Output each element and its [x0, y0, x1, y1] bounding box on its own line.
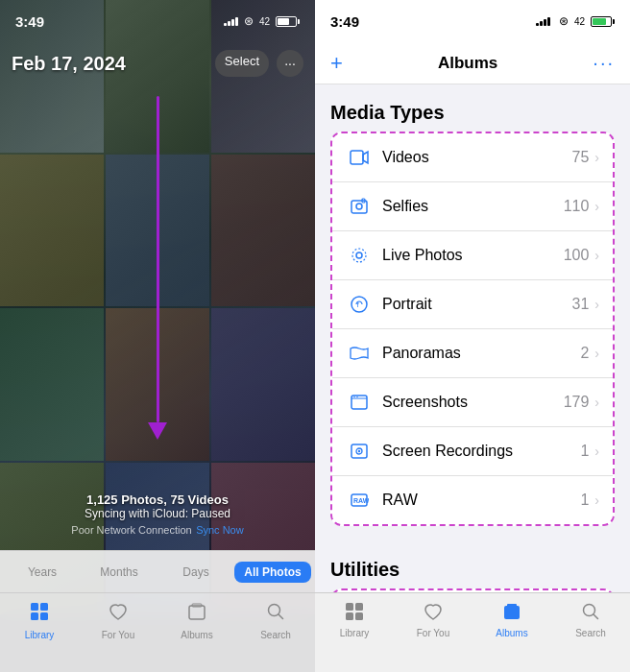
tab-days[interactable]: Days [158, 562, 234, 583]
portrait-label: Portrait [382, 296, 572, 313]
chevron-icon: › [594, 492, 599, 508]
tab-all-photos[interactable]: All Photos [234, 562, 311, 583]
screenshots-count: 179 [564, 394, 590, 411]
tab-library-right-label: Library [340, 628, 370, 638]
screen-recordings-label: Screen Recordings [382, 443, 580, 460]
left-time: 3:49 [15, 13, 44, 30]
tab-for-you[interactable]: For You [79, 601, 158, 640]
list-item[interactable]: Selfies 110 › [332, 182, 613, 231]
library-icon [29, 601, 50, 628]
list-item[interactable]: Live Photos 100 › [332, 231, 613, 280]
albums-icon [186, 601, 207, 628]
selfies-label: Selfies [382, 198, 564, 215]
chevron-icon: › [594, 395, 599, 410]
svg-rect-0 [31, 603, 38, 611]
tab-search-right[interactable]: Search [551, 601, 630, 638]
svg-text:RAW: RAW [353, 497, 369, 504]
bottom-info: 1,125 Photos, 75 Videos Syncing with iCl… [0, 492, 315, 538]
battery-icon-left [276, 16, 300, 27]
list-item[interactable]: Screenshots 179 › [332, 378, 613, 427]
select-button[interactable]: Select [215, 50, 269, 77]
chevron-icon: › [594, 150, 599, 165]
panoramas-label: Panoramas [382, 345, 580, 362]
live-photos-count: 100 [564, 247, 590, 264]
tab-search-label: Search [260, 630, 291, 640]
list-item[interactable]: Panoramas 2 › [332, 329, 613, 378]
date-label: Feb 17, 2024 [12, 53, 126, 75]
search-icon [265, 601, 286, 628]
tab-search-right-label: Search [575, 628, 606, 638]
svg-point-12 [352, 249, 366, 262]
portrait-icon: f [346, 291, 373, 318]
tab-for-you-right-label: For You [417, 628, 449, 638]
tab-albums-right-label: Albums [496, 628, 527, 638]
tab-albums[interactable]: Albums [158, 601, 236, 640]
videos-count: 75 [572, 149, 590, 166]
arrow-head [148, 422, 167, 440]
photo-count: 1,125 Photos, 75 Videos [0, 492, 315, 507]
tab-months[interactable]: Months [81, 562, 158, 583]
battery-percent-left: 42 [259, 16, 270, 27]
sync-status: Syncing with iCloud: Paused [0, 507, 315, 520]
battery-percent-right: 42 [574, 16, 585, 27]
add-button[interactable]: + [330, 51, 343, 76]
tab-library-right[interactable]: Library [315, 601, 394, 638]
chevron-icon: › [594, 248, 599, 263]
svg-point-17 [356, 396, 357, 397]
for-you-icon [108, 601, 129, 628]
list-item[interactable]: Videos 75 › [332, 133, 613, 182]
list-item[interactable]: Screen Recordings 1 › [332, 427, 613, 476]
tab-search[interactable]: Search [236, 601, 315, 640]
raw-label: RAW [382, 492, 580, 509]
svg-rect-27 [355, 603, 363, 611]
svg-rect-2 [31, 612, 38, 620]
svg-rect-31 [507, 604, 517, 607]
svg-point-9 [356, 204, 362, 209]
tab-library[interactable]: Library [0, 601, 79, 640]
battery-icon-right [591, 16, 615, 27]
tab-albums-right[interactable]: Albums [472, 601, 551, 638]
left-header-bar: Feb 17, 2024 Select ··· [0, 42, 315, 84]
tab-albums-label: Albums [181, 630, 212, 640]
media-types-list: Videos 75 › Selfies 110 › [330, 132, 615, 526]
svg-rect-15 [351, 396, 367, 409]
chevron-icon: › [594, 346, 599, 361]
sync-now-button[interactable]: Sync Now [196, 524, 244, 536]
more-button[interactable]: ··· [277, 50, 303, 77]
photo-cell [0, 308, 104, 461]
svg-point-13 [351, 297, 367, 312]
svg-rect-29 [355, 612, 363, 620]
signal-icon [224, 17, 238, 26]
svg-point-11 [356, 252, 362, 258]
tab-library-label: Library [25, 630, 55, 640]
tab-bar-right: Library For You Albums [315, 592, 630, 672]
left-status-icons: ⊛ 42 [224, 14, 300, 28]
svg-point-20 [358, 450, 360, 452]
svg-point-16 [353, 396, 354, 397]
more-options-button[interactable]: ··· [593, 52, 615, 74]
portrait-count: 31 [572, 296, 590, 313]
photo-cell [211, 155, 315, 307]
photo-cell [0, 155, 104, 307]
screenshots-icon [346, 389, 373, 416]
tab-years[interactable]: Years [4, 562, 81, 583]
search-icon-right [580, 601, 601, 626]
left-status-bar: 3:49 ⊛ 42 [0, 0, 315, 42]
svg-rect-1 [40, 603, 48, 611]
left-phone: 3:49 ⊛ 42 Feb 17, 2024 Select ··· [0, 0, 315, 672]
tab-bar-left: Library For You Albums [0, 592, 315, 672]
list-item[interactable]: RAW RAW 1 › [332, 476, 613, 524]
tab-for-you-right[interactable]: For You [394, 601, 472, 638]
svg-rect-3 [40, 612, 48, 620]
header-buttons: Select ··· [215, 50, 303, 77]
arrow-indicator [148, 96, 167, 440]
screen-recordings-count: 1 [580, 443, 589, 460]
right-time: 3:49 [330, 13, 359, 30]
chevron-icon: › [594, 297, 599, 312]
wifi-icon: ⊛ [244, 14, 254, 28]
live-photos-icon [346, 242, 373, 269]
sync-reason: Poor Network Connection [71, 524, 191, 536]
list-item[interactable]: f Portrait 31 › [332, 280, 613, 329]
svg-rect-28 [346, 612, 353, 620]
chevron-icon: › [594, 199, 599, 214]
